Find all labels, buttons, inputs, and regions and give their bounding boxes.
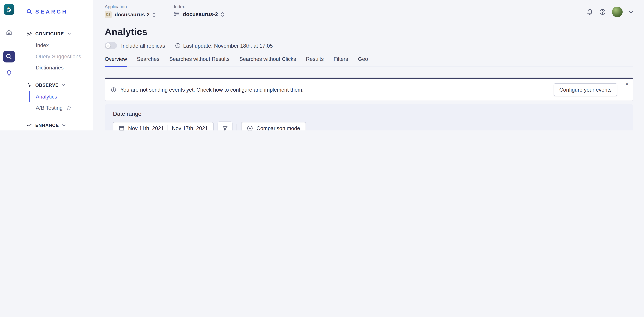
section-label: CONFIGURE [35,31,64,36]
home-icon[interactable] [3,26,14,38]
sidebar-item-analytics[interactable]: Analytics [29,91,93,102]
page-meta-row: Include all replicas Last update: Novemb… [105,42,633,49]
nav-item-label: A/B Testing [36,105,62,111]
date-range-controls: Nov 11th, 2021 Nov 17th, 2021 Comparison… [113,122,625,130]
date-range-start: Nov 11th, 2021 [128,125,164,130]
section-label: OBSERVE [35,82,58,87]
sidebar: SEARCH CONFIGURE Index Query Suggestions… [18,0,93,130]
tab-filters[interactable]: Filters [334,56,348,66]
page-title: Analytics [105,26,633,38]
search-product-title: SEARCH [35,8,68,15]
updown-caret-icon [152,12,156,17]
sidebar-item-query-suggestions[interactable]: Query Suggestions [29,51,93,62]
chevron-down-icon [62,84,66,86]
app-window: SEARCH CONFIGURE Index Query Suggestions… [0,0,644,130]
main-area: Application D2 docusaurus-2 Index docusa… [93,0,644,130]
sidebar-item-dictionaries[interactable]: Dictionaries [29,62,93,73]
events-banner: You are not sending events yet. Check ho… [105,78,633,101]
sidebar-section-observe[interactable]: OBSERVE [18,82,93,88]
comparison-mode-button[interactable]: Comparison mode [241,122,306,130]
sidebar-item-index[interactable]: Index [29,40,93,51]
section-label: ENHANCE [35,123,59,128]
application-value: docusaurus-2 [114,12,150,18]
tab-searches[interactable]: Searches [137,56,160,66]
toggle-knob [106,43,110,48]
sidebar-nav: CONFIGURE Index Query Suggestions Dictio… [18,31,93,130]
tab-searches-without-clicks[interactable]: Searches without Clicks [239,56,296,66]
sidebar-item-ab-testing[interactable]: A/B Testing [29,102,93,114]
suggestions-lightbulb-icon[interactable] [3,68,14,79]
index-icon [174,11,180,17]
nav-item-label: Index [36,42,49,48]
tab-results[interactable]: Results [306,56,324,66]
updown-caret-icon [221,12,224,16]
banner-message: You are not sending events yet. Check ho… [120,87,304,93]
controls-divider [237,124,237,130]
nav-item-label: Dictionaries [36,64,64,71]
index-value: docusaurus-2 [183,11,218,17]
app-logo-icon[interactable] [4,4,14,15]
date-range-separator [168,125,168,130]
index-selector[interactable]: docusaurus-2 [174,11,224,17]
funnel-icon [222,125,228,130]
application-badge: D2 [105,11,112,18]
info-icon [111,87,116,92]
notifications-bell-icon[interactable] [586,8,593,15]
tab-searches-without-results[interactable]: Searches without Results [169,56,229,66]
date-range-panel: Date range Nov 11th, 2021 Nov 17th, 2021 [105,104,633,130]
include-replicas-label: Include all replicas [121,42,165,49]
index-selector-group: Index docusaurus-2 [174,4,224,17]
user-avatar[interactable] [612,6,622,17]
comparison-icon [247,125,253,130]
configure-events-button[interactable]: Configure your events [554,83,617,96]
icon-rail [0,0,18,130]
date-range-label: Date range [113,110,625,117]
tab-overview[interactable]: Overview [105,56,127,67]
sidebar-section-configure[interactable]: CONFIGURE [18,31,93,36]
gear-icon [26,31,32,36]
application-label: Application [105,4,156,9]
search-product-logo[interactable]: SEARCH [18,0,93,22]
topbar: Application D2 docusaurus-2 Index docusa… [93,0,644,18]
nav-item-label: Analytics [36,94,57,100]
tab-geo[interactable]: Geo [358,56,368,66]
close-icon[interactable]: × [625,80,629,86]
last-update: Last update: November 18th, at 17:05 [175,42,273,49]
trend-up-icon [26,122,32,128]
chevron-down-icon [62,124,66,126]
nav-item-label: Query Suggestions [36,54,81,60]
comparison-mode-label: Comparison mode [256,125,300,130]
analytics-tabs: Overview Searches Searches without Resul… [105,56,633,67]
help-icon[interactable] [599,8,606,15]
date-range-picker[interactable]: Nov 11th, 2021 Nov 17th, 2021 [113,122,214,130]
chevron-down-icon [67,32,71,35]
topbar-actions [586,4,633,17]
filter-button[interactable] [218,122,232,130]
application-selector-group: Application D2 docusaurus-2 [105,4,156,18]
analytics-content: Analytics Include all replicas Last upda… [93,18,644,130]
search-nav-icon[interactable] [3,51,14,62]
date-range-end: Nov 17th, 2021 [172,125,208,130]
calendar-icon [119,125,124,130]
last-update-text: Last update: November 18th, at 17:05 [183,42,273,49]
star-icon [66,105,71,110]
application-selector[interactable]: D2 docusaurus-2 [105,11,156,18]
clock-icon [175,43,181,48]
activity-pulse-icon [26,82,32,88]
sidebar-section-enhance[interactable]: ENHANCE [18,122,93,128]
include-replicas-toggle[interactable] [105,42,117,49]
index-label: Index [174,4,224,9]
account-chevron-down-icon[interactable] [629,10,633,13]
